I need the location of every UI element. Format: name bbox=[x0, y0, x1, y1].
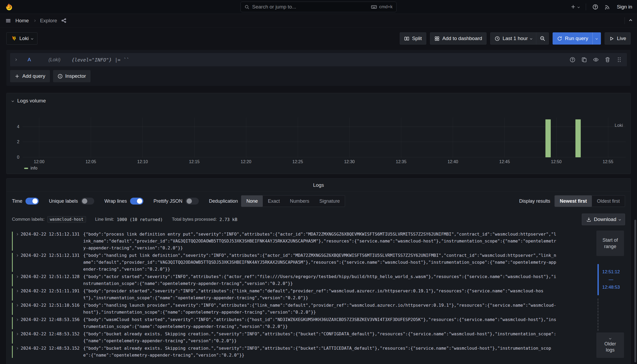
range-bar bbox=[597, 264, 599, 295]
log-row[interactable]: 2024-02-22 12:51:10.516{"body":"handling… bbox=[12, 302, 559, 316]
download-button[interactable]: Download bbox=[582, 214, 625, 225]
expand-log-icon[interactable] bbox=[16, 290, 18, 292]
datasource-picker[interactable]: Loki bbox=[6, 32, 37, 45]
inspector-button[interactable]: Inspector bbox=[53, 70, 91, 82]
deduplication-group: None Exact Numbers Signature bbox=[241, 195, 345, 207]
download-icon bbox=[586, 217, 591, 222]
total-bytes-label: Total bytes processed: bbox=[172, 217, 217, 222]
x-tick-label: 12:05 bbox=[85, 159, 96, 164]
total-bytes-value: 2.73 kB bbox=[219, 217, 237, 222]
log-row[interactable]: 2024-02-22 12:48:53.152{"body":"bucket a… bbox=[12, 330, 559, 345]
dedup-option-numbers[interactable]: Numbers bbox=[285, 196, 314, 207]
expand-log-icon[interactable] bbox=[16, 333, 18, 335]
expand-log-icon[interactable] bbox=[16, 347, 18, 349]
query-help-icon[interactable] bbox=[570, 57, 575, 63]
zoom-out-time-button[interactable] bbox=[536, 32, 549, 45]
x-gridline bbox=[505, 118, 505, 157]
log-row[interactable]: 2024-02-22 12:48:53.156{"body":"wasmClou… bbox=[12, 316, 559, 330]
log-level-indicator bbox=[12, 303, 13, 315]
chevron-down-icon bbox=[609, 337, 611, 339]
wrap-lines-toggle[interactable] bbox=[130, 198, 143, 205]
y-gridline bbox=[23, 127, 626, 127]
unique-labels-toggle[interactable] bbox=[81, 198, 94, 205]
live-button[interactable]: Live bbox=[605, 32, 631, 45]
divider bbox=[625, 17, 625, 24]
breadcrumb-explore: Explore bbox=[40, 18, 57, 24]
keyboard-icon bbox=[371, 4, 377, 10]
expand-log-icon[interactable] bbox=[16, 233, 18, 235]
expand-log-icon[interactable] bbox=[16, 319, 18, 321]
log-timestamp: 2024-02-22 12:48:53.152 bbox=[21, 331, 80, 337]
scrollbar[interactable] bbox=[634, 220, 636, 362]
logs-volume-header[interactable]: Logs volume bbox=[7, 96, 630, 106]
query-expression-input[interactable]: {level="INFO"} |= `` bbox=[72, 57, 129, 63]
common-labels-badge: wasmcloud-host bbox=[47, 216, 86, 223]
log-message: {"body":"bucket already exists. Skipping… bbox=[83, 345, 559, 359]
split-button[interactable]: Split bbox=[400, 32, 426, 45]
share-icon[interactable] bbox=[61, 18, 66, 23]
add-to-dashboard-button[interactable]: Add to dashboard bbox=[430, 32, 487, 45]
news-rss-icon[interactable] bbox=[605, 4, 610, 10]
run-query-button[interactable]: Run query bbox=[553, 32, 593, 45]
query-ref-id: A bbox=[28, 57, 31, 63]
toggle-query-visibility-icon[interactable] bbox=[593, 57, 599, 63]
logs-body: 2024-02-22 12:51:12.131{"body":"process … bbox=[7, 227, 630, 359]
start-of-range-button[interactable]: Start of range bbox=[596, 231, 624, 256]
play-icon bbox=[609, 36, 614, 41]
drag-handle-icon[interactable] bbox=[616, 57, 622, 63]
log-level-indicator bbox=[12, 253, 13, 272]
x-gridline bbox=[91, 118, 91, 157]
log-row[interactable]: 2024-02-22 12:51:12.131{"body":"process … bbox=[12, 231, 559, 252]
top-nav-bar: Search or jump to... cmd+k Sign in bbox=[0, 0, 637, 14]
display-option-oldest-first[interactable]: Oldest first bbox=[592, 196, 625, 207]
expand-log-icon[interactable] bbox=[16, 254, 18, 257]
log-level-indicator bbox=[12, 317, 13, 329]
help-icon[interactable] bbox=[592, 4, 598, 10]
log-row[interactable]: 2024-02-22 12:51:12.131{"body":"handling… bbox=[12, 252, 559, 273]
dedup-option-exact[interactable]: Exact bbox=[263, 196, 285, 207]
log-timestamp: 2024-02-22 12:51:12.131 bbox=[21, 252, 80, 259]
x-gridline bbox=[608, 118, 608, 157]
prettify-json-toggle-label: Prettify JSON bbox=[153, 198, 182, 204]
volume-bar[interactable] bbox=[575, 119, 581, 157]
explore-toolbar: Loki Split Add to dashboard Last 1 hour bbox=[6, 32, 631, 45]
older-logs-button[interactable]: Older logs bbox=[596, 332, 624, 358]
menu-icon[interactable] bbox=[5, 18, 11, 24]
time-toggle-label: Time bbox=[12, 198, 22, 204]
breadcrumb-home[interactable]: Home bbox=[15, 18, 29, 24]
grafana-logo[interactable] bbox=[5, 2, 13, 11]
dedup-option-signature[interactable]: Signature bbox=[314, 196, 345, 207]
breadcrumb-bar: Home Explore bbox=[0, 14, 637, 28]
sign-in-link[interactable]: Sign in bbox=[617, 4, 632, 10]
dedup-option-none[interactable]: None bbox=[241, 196, 263, 207]
display-option-newest-first[interactable]: Newest first bbox=[555, 196, 592, 207]
add-query-button[interactable]: Add query bbox=[10, 70, 50, 82]
x-tick-label: 12:35 bbox=[396, 159, 406, 164]
zoom-out-icon bbox=[540, 36, 545, 41]
new-menu-button[interactable] bbox=[571, 4, 579, 9]
delete-query-icon[interactable] bbox=[605, 57, 610, 63]
expand-log-icon[interactable] bbox=[16, 304, 18, 306]
range-from-time: 12:51:12 bbox=[602, 269, 620, 275]
time-toggle[interactable] bbox=[25, 198, 39, 205]
query-collapse-icon[interactable] bbox=[15, 59, 17, 61]
run-query-interval-dropdown[interactable] bbox=[592, 32, 601, 45]
line-limit-label: Line limit: bbox=[95, 217, 114, 222]
logs-panel-title: Logs bbox=[7, 179, 630, 192]
visible-range-indicator[interactable]: 12:51:12 — 12:48:53 bbox=[597, 264, 620, 295]
prettify-json-toggle[interactable] bbox=[186, 198, 199, 205]
logs-volume-panel: Logs volume Loki 024 12:0012:0512:1012:1… bbox=[6, 93, 631, 174]
log-rows-list: 2024-02-22 12:51:12.131{"body":"process … bbox=[12, 231, 559, 359]
search-input[interactable]: Search or jump to... cmd+k bbox=[240, 2, 397, 12]
time-range-picker[interactable]: Last 1 hour bbox=[490, 32, 536, 45]
log-row[interactable]: 2024-02-22 12:48:53.152{"body":"bucket a… bbox=[12, 345, 559, 359]
volume-bar[interactable] bbox=[545, 119, 551, 157]
log-row[interactable]: 2024-02-22 12:51:11.191{"body":"provider… bbox=[12, 287, 559, 302]
chart-legend[interactable]: info bbox=[24, 166, 626, 171]
collapse-bar-icon[interactable] bbox=[629, 19, 632, 22]
expand-log-icon[interactable] bbox=[16, 276, 18, 278]
log-row[interactable]: 2024-02-22 12:51:12.128{"body":"actor st… bbox=[12, 273, 559, 287]
loki-logo-icon bbox=[11, 36, 17, 41]
duplicate-query-icon[interactable] bbox=[581, 57, 587, 63]
info-circle-icon bbox=[58, 74, 63, 79]
